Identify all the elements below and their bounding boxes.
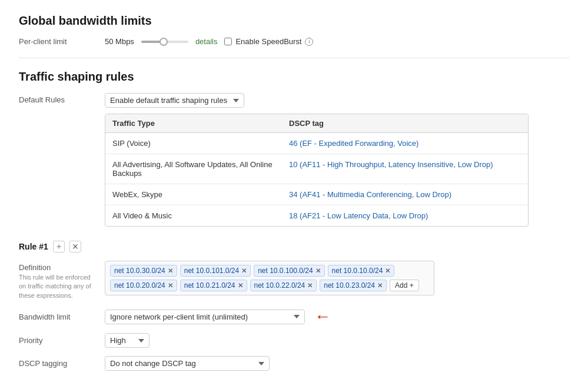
list-item: net 10.0.20.0/24 ✕ bbox=[110, 280, 177, 291]
traffic-type-1: SIP (Voice) bbox=[112, 139, 289, 148]
list-item: net 10.0.100.0/24 ✕ bbox=[254, 265, 324, 277]
traffic-type-4: All Video & Music bbox=[112, 211, 289, 220]
tags-container: net 10.0.30.0/24 ✕ net 10.0.101.0/24 ✕ n… bbox=[105, 261, 434, 295]
tag-label: net 10.0.20.0/24 bbox=[114, 281, 165, 290]
rule-delete-button[interactable]: ✕ bbox=[69, 241, 81, 252]
default-rules-select[interactable]: Enable default traffic shaping rules Dis… bbox=[105, 93, 244, 108]
bandwidth-limit-select[interactable]: Ignore network per-client limit (unlimit… bbox=[105, 310, 305, 324]
bandwidth-limit-label: Bandwidth limit bbox=[19, 312, 95, 321]
add-tag-button[interactable]: Add + bbox=[390, 280, 419, 291]
tag-remove-icon[interactable]: ✕ bbox=[168, 267, 173, 275]
priority-select[interactable]: High Normal Low bbox=[105, 333, 150, 348]
tag-label: net 10.0.30.0/24 bbox=[114, 267, 165, 275]
list-item: net 10.0.101.0/24 ✕ bbox=[180, 265, 251, 277]
rule-title: Rule #1 bbox=[19, 242, 48, 251]
tag-remove-icon[interactable]: ✕ bbox=[241, 267, 247, 275]
red-arrow-indicator: ← bbox=[314, 308, 331, 325]
table-header: Traffic Type DSCP tag bbox=[105, 114, 528, 133]
tag-label: net 10.0.22.0/24 bbox=[254, 281, 305, 290]
table-row: WebEx, Skype 34 (AF41 - Multimedia Confe… bbox=[105, 184, 528, 205]
col-traffic-type: Traffic Type bbox=[112, 119, 289, 128]
dscp-tagging-label: DSCP tagging bbox=[19, 359, 95, 368]
rule-copy-button[interactable]: ＋ bbox=[53, 241, 65, 252]
tag-label: net 10.0.23.0/24 bbox=[324, 281, 375, 290]
details-link[interactable]: details bbox=[195, 37, 218, 46]
rule-1-section: Rule #1 ＋ ✕ Definition This rule will be… bbox=[19, 241, 569, 371]
dscp-tag-4: 18 (AF21 - Low Latency Data, Low Drop) bbox=[289, 211, 521, 220]
definition-row: Definition This rule will be enforced on… bbox=[19, 261, 569, 300]
list-item: net 10.0.30.0/24 ✕ bbox=[110, 265, 177, 277]
priority-row: Priority High Normal Low bbox=[19, 333, 569, 348]
definition-sublabel: This rule will be enforced on traffic ma… bbox=[19, 273, 95, 300]
default-rules-label: Default Rules bbox=[19, 93, 95, 104]
bandwidth-slider[interactable] bbox=[141, 41, 188, 43]
traffic-type-3: WebEx, Skype bbox=[112, 190, 289, 199]
info-icon[interactable]: i bbox=[305, 38, 313, 46]
traffic-type-2: All Advertising, All Software Updates, A… bbox=[112, 160, 289, 178]
tag-remove-icon[interactable]: ✕ bbox=[168, 282, 173, 290]
tag-remove-icon[interactable]: ✕ bbox=[315, 267, 321, 275]
per-client-value: 50 Mbps bbox=[105, 37, 134, 46]
definition-label: Definition bbox=[19, 263, 95, 272]
list-item: net 10.0.10.0/24 ✕ bbox=[328, 265, 395, 277]
tag-label: net 10.0.10.0/24 bbox=[332, 267, 383, 275]
table-row: All Advertising, All Software Updates, A… bbox=[105, 154, 528, 184]
list-item: net 10.0.22.0/24 ✕ bbox=[250, 280, 317, 291]
bandwidth-select-wrap: Ignore network per-client limit (unlimit… bbox=[105, 308, 331, 325]
list-item: net 10.0.23.0/24 ✕ bbox=[320, 280, 387, 291]
table-row: SIP (Voice) 46 (EF - Expedited Forwardin… bbox=[105, 133, 528, 154]
section-divider bbox=[19, 58, 569, 58]
priority-label: Priority bbox=[19, 336, 95, 345]
tag-remove-icon[interactable]: ✕ bbox=[385, 267, 390, 275]
tag-label: net 10.0.100.0/24 bbox=[258, 267, 313, 275]
speedburst-checkbox[interactable] bbox=[224, 38, 232, 45]
tag-label: net 10.0.21.0/24 bbox=[184, 281, 235, 290]
red-arrow-icon: ← bbox=[314, 308, 331, 325]
table-row: All Video & Music 18 (AF21 - Low Latency… bbox=[105, 205, 528, 226]
speedburst-checkbox-row: Enable SpeedBurst i bbox=[224, 37, 313, 46]
tag-remove-icon[interactable]: ✕ bbox=[377, 282, 383, 290]
dscp-tagging-row: DSCP tagging Do not change DSCP tag Chan… bbox=[19, 356, 569, 371]
definition-label-col: Definition This rule will be enforced on… bbox=[19, 261, 95, 300]
bandwidth-limit-row: Bandwidth limit Ignore network per-clien… bbox=[19, 308, 569, 325]
dscp-tag-2: 10 (AF11 - High Throughput, Latency Inse… bbox=[289, 160, 521, 178]
speedburst-label: Enable SpeedBurst bbox=[235, 37, 301, 46]
col-dscp-tag: DSCP tag bbox=[289, 119, 521, 128]
rule-header: Rule #1 ＋ ✕ bbox=[19, 241, 569, 252]
dscp-tag-1: 46 (EF - Expedited Forwarding, Voice) bbox=[289, 139, 521, 148]
dscp-tag-3: 34 (AF41 - Multimedia Conferencing, Low … bbox=[289, 190, 521, 199]
list-item: net 10.0.21.0/24 ✕ bbox=[180, 280, 247, 291]
page-title: Global bandwidth limits bbox=[19, 14, 569, 28]
dscp-rules-table: Traffic Type DSCP tag SIP (Voice) 46 (EF… bbox=[105, 114, 529, 227]
traffic-shaping-title: Traffic shaping rules bbox=[19, 70, 569, 84]
tag-remove-icon[interactable]: ✕ bbox=[238, 282, 243, 290]
dscp-tagging-select[interactable]: Do not change DSCP tag Change DSCP tag bbox=[105, 356, 270, 371]
tag-remove-icon[interactable]: ✕ bbox=[307, 282, 313, 290]
tag-label: net 10.0.101.0/24 bbox=[184, 267, 239, 275]
per-client-label: Per-client limit bbox=[19, 37, 95, 46]
